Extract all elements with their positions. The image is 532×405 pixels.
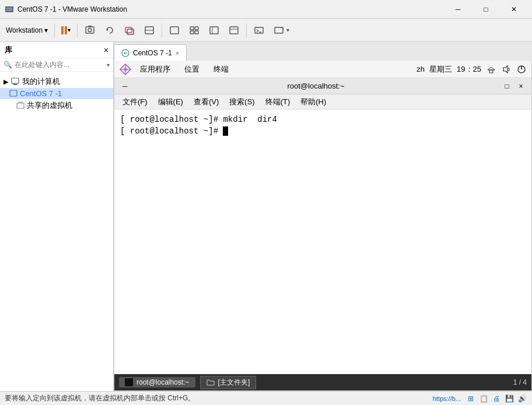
sidebar: 库 × 🔍 ▾ ▶ 我的计算机 Ce [0, 42, 114, 391]
vm-tab-close-button[interactable]: × [176, 50, 179, 57]
svg-marker-37 [503, 66, 508, 73]
console-button[interactable] [250, 21, 268, 40]
search-input[interactable] [15, 61, 104, 69]
sound-icon [501, 64, 512, 75]
lang-indicator: zh [416, 65, 425, 73]
vm-tab-label: CentOS 7 -1 [133, 49, 172, 57]
autofit-icon [208, 24, 220, 36]
svg-line-35 [491, 67, 495, 70]
svg-rect-15 [195, 31, 198, 34]
day-indicator: 星期三 [429, 64, 452, 75]
terminal-status-page: 1 / 4 [513, 378, 527, 386]
minimize-button[interactable]: ─ [444, 1, 471, 18]
maximize-button[interactable]: □ [473, 1, 499, 18]
svg-point-5 [88, 28, 92, 31]
bottom-icon-3[interactable]: 🖨 [491, 393, 502, 404]
vm-icon [9, 90, 18, 98]
pause-button[interactable]: ▾ [58, 21, 74, 40]
fullscreen2-dropdown: ▾ [286, 27, 289, 33]
terminal-menu-search[interactable]: 搜索(S) [225, 96, 259, 108]
bottom-icon-4[interactable]: 💾 [504, 393, 514, 404]
my-computer-label: 我的计算机 [22, 76, 60, 87]
revert-button[interactable] [100, 21, 119, 40]
svg-rect-11 [170, 27, 178, 34]
fullscreen-button[interactable] [165, 21, 184, 40]
vm-tab-centos[interactable]: CentOS 7 -1 × [114, 44, 187, 61]
sidebar-title: 库 [5, 45, 12, 55]
svg-rect-12 [190, 27, 194, 30]
folder-label: [主文件夹] [218, 378, 250, 388]
screenshot-button[interactable] [80, 21, 99, 40]
sidebar-item-centos[interactable]: CentOS 7 -1 [0, 88, 113, 99]
window-title: CentOS 7 -1 - VMware Workstation [18, 5, 444, 13]
svg-rect-28 [17, 103, 24, 108]
terminal-close-button[interactable]: × [515, 81, 527, 91]
bottom-status-bar: 要将输入定向到该虚拟机，请在虚拟机内部单击或按 Ctrl+G。 https://… [0, 391, 532, 405]
autofit-button[interactable] [205, 21, 223, 40]
svg-rect-23 [12, 78, 19, 83]
unity-button[interactable] [185, 21, 204, 40]
terminal-title: root@localhost:~ [131, 82, 501, 90]
workstation-label: Workstation [6, 26, 43, 34]
toolbar-separator-2 [77, 23, 78, 37]
shared-vm-label: 共享的虚拟机 [27, 100, 72, 111]
tree-root-my-computer[interactable]: ▶ 我的计算机 [0, 75, 113, 88]
terminal-menu-terminal[interactable]: 终端(T) [261, 96, 295, 108]
terminal-maximize-button[interactable]: □ [501, 81, 513, 91]
terminal-menu-edit[interactable]: 编辑(E) [153, 96, 188, 108]
snapshot-button[interactable] [120, 21, 139, 40]
quickswitch-button[interactable] [225, 21, 243, 40]
svg-rect-8 [127, 29, 134, 34]
ctrl-alt-del-icon [144, 24, 155, 36]
location-menu-item[interactable]: 位置 [178, 62, 205, 77]
svg-rect-32 [124, 68, 127, 71]
terminal-menu-file[interactable]: 文件(F) [118, 96, 152, 108]
shared-icon [16, 101, 24, 110]
sidebar-item-shared[interactable]: 共享的虚拟机 [0, 99, 113, 112]
terminal-win-controls: □ × [501, 81, 527, 91]
svg-marker-6 [107, 29, 108, 31]
svg-rect-33 [489, 70, 493, 73]
close-button[interactable]: ✕ [501, 1, 527, 18]
terminal-status-tab-label: root@localhost:~ [136, 378, 190, 386]
workstation-menu-button[interactable]: Workstation ▾ [2, 21, 51, 40]
apps-menu-item[interactable]: 应用程序 [134, 62, 176, 77]
folder-icon [206, 378, 215, 386]
network-icon [486, 64, 496, 75]
vm-content[interactable]: 应用程序 位置 终端 zh 星期三 19：25 [114, 61, 532, 391]
fullscreen-icon [169, 24, 180, 36]
svg-rect-16 [210, 27, 218, 34]
terminal-line-1: [ root@localhost ~]# mkdir dir4 [120, 114, 526, 126]
bottom-icon-1[interactable]: ⊞ [466, 393, 476, 404]
sidebar-search-bar: 🔍 ▾ [0, 58, 113, 72]
pause-icon [61, 26, 67, 34]
search-dropdown-icon[interactable]: ▾ [107, 62, 110, 68]
sidebar-close-button[interactable]: × [104, 46, 108, 54]
console-icon [253, 24, 265, 36]
vm-tab-icon [121, 49, 130, 57]
title-bar: CentOS 7 -1 - VMware Workstation ─ □ ✕ [0, 0, 532, 19]
main-layout: 库 × 🔍 ▾ ▶ 我的计算机 Ce [0, 42, 532, 391]
terminal-menu-item[interactable]: 终端 [208, 62, 235, 77]
ctrl-alt-del-button[interactable] [140, 21, 159, 40]
fullscreen2-button[interactable]: ▾ [270, 21, 293, 40]
sidebar-tree: ▶ 我的计算机 CentOS 7 -1 [0, 72, 113, 391]
terminal-status-tab[interactable]: root@localhost:~ [119, 377, 195, 388]
terminal-menu-help[interactable]: 帮助(H) [296, 96, 331, 108]
terminal-minimize-button[interactable]: ─ [119, 81, 131, 91]
sidebar-header: 库 × [0, 42, 113, 58]
bottom-icon-2[interactable]: 📋 [478, 393, 489, 404]
terminal-statusbar: root@localhost:~ [主文件夹] 1 / 4 [114, 374, 531, 390]
terminal-win-buttons: ─ [119, 81, 131, 91]
svg-rect-13 [195, 27, 198, 30]
terminal-menu-view[interactable]: 查看(V) [189, 96, 223, 108]
svg-rect-14 [190, 31, 194, 34]
terminal-body[interactable]: [ root@localhost ~]# mkdir dir4 [ root@l… [114, 110, 531, 374]
terminal-titlebar: ─ root@localhost:~ □ × [114, 78, 531, 94]
bottom-icon-5[interactable]: 🔊 [517, 393, 527, 404]
main-toolbar: Workstation ▾ ▾ [0, 19, 532, 42]
tree-expand-icon: ▶ [4, 78, 8, 86]
terminal-status-folder[interactable]: [主文件夹] [200, 376, 257, 389]
fullscreen2-icon [273, 24, 285, 36]
terminal-line-2: [ root@localhost ~]# [120, 126, 526, 138]
